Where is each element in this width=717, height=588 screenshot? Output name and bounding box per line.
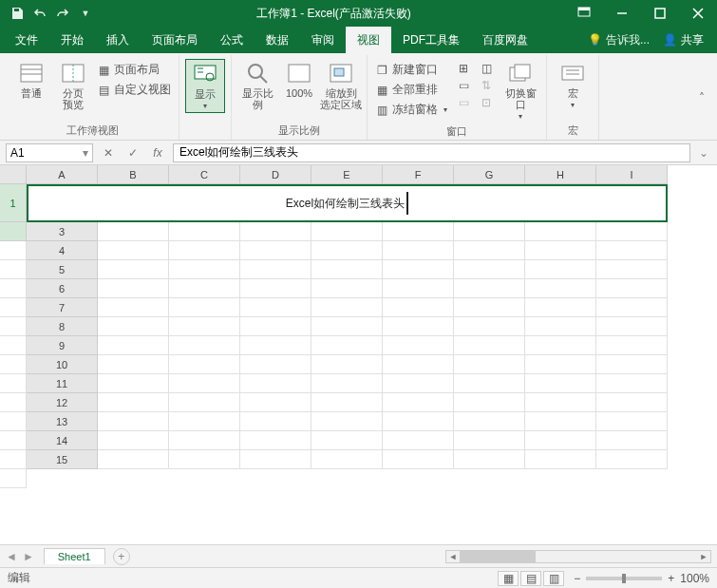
row-header-10[interactable]: 10: [27, 355, 98, 374]
cell[interactable]: [0, 374, 27, 393]
cell[interactable]: [383, 260, 454, 279]
select-all-corner[interactable]: [0, 165, 27, 184]
normal-view-button[interactable]: 普通: [11, 59, 51, 101]
add-sheet-button[interactable]: +: [113, 548, 130, 565]
hide-button[interactable]: ▭: [455, 78, 472, 93]
cell[interactable]: [454, 412, 525, 431]
sheet-tab[interactable]: Sheet1: [44, 548, 105, 564]
col-header-F[interactable]: F: [383, 165, 454, 184]
cell[interactable]: [596, 355, 668, 374]
col-header-I[interactable]: I: [596, 165, 668, 184]
cell[interactable]: [240, 412, 311, 431]
zoom-level[interactable]: 100%: [680, 572, 709, 585]
cell[interactable]: [98, 431, 169, 450]
cell[interactable]: [454, 355, 525, 374]
cell[interactable]: [596, 336, 668, 355]
cancel-edit-button[interactable]: ✕: [99, 143, 118, 162]
confirm-edit-button[interactable]: ✓: [123, 143, 142, 162]
cell[interactable]: [525, 374, 596, 393]
split-button[interactable]: ⊞: [455, 61, 472, 76]
cell[interactable]: [98, 374, 169, 393]
cell[interactable]: [169, 317, 240, 336]
zoom-thumb[interactable]: [622, 574, 626, 583]
merged-cell-a1[interactable]: Excel如何绘制三线表头: [27, 184, 668, 222]
cell[interactable]: [454, 260, 525, 279]
chevron-down-icon[interactable]: ▾: [83, 146, 88, 160]
cell[interactable]: [525, 222, 596, 241]
switchwindow-button[interactable]: 切换窗口▾: [500, 59, 540, 123]
row-header-5[interactable]: 5: [27, 260, 98, 279]
cell[interactable]: [596, 222, 668, 241]
cell[interactable]: [0, 355, 27, 374]
scroll-thumb[interactable]: [460, 551, 536, 562]
tab-formula[interactable]: 公式: [209, 27, 255, 53]
tab-pdf[interactable]: PDF工具集: [391, 27, 471, 53]
formula-input[interactable]: Excel如何绘制三线表头: [173, 143, 690, 162]
cell[interactable]: [240, 336, 311, 355]
cell[interactable]: [240, 355, 311, 374]
tab-data[interactable]: 数据: [255, 27, 300, 53]
unhide-button[interactable]: ▭: [455, 95, 472, 110]
cell[interactable]: [240, 279, 311, 298]
cell[interactable]: [383, 374, 454, 393]
cell[interactable]: [525, 317, 596, 336]
cell[interactable]: [98, 298, 169, 317]
cell[interactable]: [98, 222, 169, 241]
cell[interactable]: [525, 393, 596, 412]
col-header-E[interactable]: E: [311, 165, 383, 184]
cell[interactable]: [169, 355, 240, 374]
macro-button[interactable]: 宏▾: [553, 59, 593, 111]
col-header-H[interactable]: H: [525, 165, 596, 184]
tab-review[interactable]: 审阅: [300, 27, 346, 53]
cell[interactable]: [240, 260, 311, 279]
cell[interactable]: [596, 241, 668, 260]
redo-icon[interactable]: [55, 6, 70, 21]
cell[interactable]: [311, 412, 383, 431]
row-header-6[interactable]: 6: [27, 279, 98, 298]
cell[interactable]: [454, 298, 525, 317]
cell[interactable]: [98, 317, 169, 336]
cell[interactable]: [454, 374, 525, 393]
share-button[interactable]: 👤共享: [655, 32, 711, 48]
cell[interactable]: [311, 374, 383, 393]
collapse-ribbon-icon[interactable]: ˄: [692, 55, 711, 140]
tab-file[interactable]: 文件: [4, 27, 49, 53]
zoom-in-icon[interactable]: +: [668, 572, 674, 585]
row-header-11[interactable]: 11: [27, 374, 98, 393]
cell[interactable]: [596, 450, 668, 469]
cell[interactable]: [240, 393, 311, 412]
pagebreak-view-button[interactable]: 分页 预览: [53, 59, 93, 112]
cell[interactable]: [169, 260, 240, 279]
row-header-13[interactable]: 13: [27, 412, 98, 431]
cell[interactable]: [596, 412, 668, 431]
fx-button[interactable]: fx: [148, 143, 167, 162]
cell[interactable]: [383, 298, 454, 317]
cell[interactable]: [454, 450, 525, 469]
arrange-button[interactable]: ▦全部重排: [373, 81, 449, 99]
tab-layout[interactable]: 页面布局: [141, 27, 209, 53]
cell[interactable]: [525, 279, 596, 298]
col-header-D[interactable]: D: [240, 165, 311, 184]
cell[interactable]: [169, 241, 240, 260]
cell[interactable]: [596, 317, 668, 336]
cell[interactable]: [525, 260, 596, 279]
cell[interactable]: [311, 431, 383, 450]
cell[interactable]: [169, 374, 240, 393]
cell[interactable]: [596, 393, 668, 412]
cell[interactable]: [98, 393, 169, 412]
sheet-prev-icon[interactable]: ◄: [6, 550, 17, 563]
zoom100-button[interactable]: 100%: [279, 59, 319, 101]
scroll-right-icon[interactable]: ►: [697, 551, 710, 562]
cell[interactable]: [454, 241, 525, 260]
cell[interactable]: [0, 450, 27, 469]
customview-button[interactable]: ▤自定义视图: [95, 81, 173, 99]
cell[interactable]: [525, 298, 596, 317]
cell[interactable]: [311, 241, 383, 260]
cell[interactable]: [240, 222, 311, 241]
cell[interactable]: [525, 412, 596, 431]
cell[interactable]: [383, 450, 454, 469]
maximize-icon[interactable]: [641, 0, 679, 27]
cell[interactable]: [596, 431, 668, 450]
cell[interactable]: [169, 393, 240, 412]
scroll-track[interactable]: [460, 551, 697, 562]
